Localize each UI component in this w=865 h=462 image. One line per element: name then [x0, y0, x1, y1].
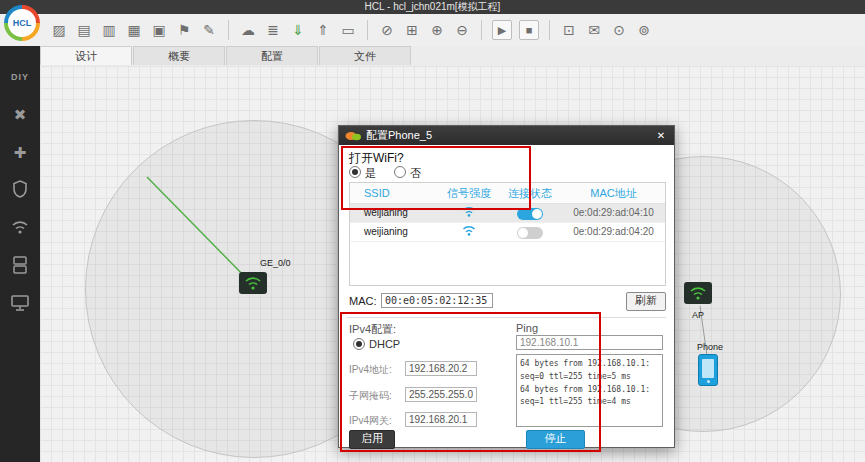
download-icon[interactable]: ⇓ — [289, 21, 307, 39]
toolbar-separator — [481, 20, 482, 40]
grid-icon[interactable]: ⊞ — [403, 21, 421, 39]
phone-label: Phone — [690, 342, 730, 352]
stop-button[interactable]: 停止 — [526, 430, 585, 449]
tab-config-label: 配置 — [261, 50, 283, 62]
wifi-no-option[interactable]: 否 — [394, 166, 421, 181]
connect-toggle[interactable] — [517, 227, 543, 239]
ssid-name: weijianing — [350, 223, 440, 241]
zoom-in-icon[interactable]: ⊕ — [428, 21, 446, 39]
subnet-mask-input[interactable] — [405, 387, 477, 402]
ap-device-right[interactable] — [684, 282, 712, 304]
sidebar-item-move[interactable]: ✚ — [0, 134, 40, 172]
dialog-title: 配置Phone_5 — [366, 128, 654, 143]
mac-label: MAC: — [349, 295, 377, 307]
section-divider — [347, 317, 666, 318]
dhcp-label: DHCP — [369, 338, 400, 350]
phone-screen — [702, 359, 714, 378]
radio-dhcp[interactable] — [353, 338, 365, 350]
tab-bar: 设计 概要 配置 文件 — [40, 46, 865, 67]
capture-icon[interactable]: ⊡ — [560, 21, 578, 39]
ap-signal-icon — [244, 276, 262, 290]
phone-device[interactable] — [698, 354, 718, 386]
tab-file-label: 文件 — [354, 50, 376, 62]
flag-icon[interactable]: ⚑ — [175, 21, 193, 39]
wifi-yes-option[interactable]: 是 — [349, 166, 376, 181]
tab-config[interactable]: 配置 — [226, 46, 318, 65]
start-all-icon[interactable]: ▶ — [492, 20, 512, 40]
sidebar-item-diy[interactable]: DIY — [0, 58, 40, 96]
ipv4-address-input[interactable] — [405, 361, 477, 376]
ping-section-title: Ping — [516, 322, 538, 334]
tab-summary[interactable]: 概要 — [133, 46, 225, 65]
export-project-icon[interactable]: ▥ — [100, 21, 118, 39]
ap-device-left[interactable] — [239, 272, 267, 294]
upload-icon[interactable]: ⇑ — [314, 21, 332, 39]
zoom-out-icon[interactable]: ⊖ — [453, 21, 471, 39]
save-icon[interactable]: ▦ — [125, 21, 143, 39]
edit-note-icon[interactable]: ✎ — [200, 21, 218, 39]
wifi-radio-group: 是 否 — [349, 166, 421, 181]
import-project-icon[interactable]: ▤ — [75, 21, 93, 39]
ipv4-section-title: IPv4配置: — [349, 322, 396, 337]
radio-no[interactable] — [394, 166, 406, 178]
board-icon[interactable]: ▭ — [339, 21, 357, 39]
monitor-icon — [11, 295, 29, 315]
signal-strength-icon — [440, 204, 498, 222]
crossover-icon: ✖ — [14, 106, 27, 124]
server-icon — [13, 256, 27, 278]
stop-all-icon[interactable]: ■ — [519, 20, 539, 40]
sidebar-item-server[interactable] — [0, 248, 40, 286]
enable-button[interactable]: 启用 — [349, 430, 395, 449]
ssid-row[interactable]: weijianing 0e:0d:29:ad:04:20 — [350, 223, 665, 242]
radio-no-label: 否 — [410, 167, 421, 179]
ssid-mac: 0e:0d:29:ad:04:10 — [562, 204, 665, 222]
tab-file[interactable]: 文件 — [319, 46, 411, 65]
close-icon[interactable]: ✕ — [654, 130, 668, 141]
ping-target-input[interactable] — [516, 335, 663, 350]
dhcp-option[interactable]: DHCP — [353, 338, 400, 350]
radio-yes[interactable] — [349, 166, 361, 178]
device-sidebar: DIY ✖ ✚ — [0, 46, 40, 462]
ap-label: AP — [684, 310, 712, 320]
shield-icon — [12, 180, 28, 202]
subnet-mask-row: 子网掩码: — [349, 387, 509, 403]
ssid-table-header: SSID 信号强度 连接状态 MAC地址 — [350, 183, 665, 204]
hcl-logo-inner: HCL — [8, 9, 36, 37]
dialog-titlebar[interactable]: 配置Phone_5 ✕ — [339, 126, 674, 145]
link-line[interactable] — [147, 177, 252, 284]
header-mac: MAC地址 — [562, 183, 665, 203]
ipv4-address-label: IPv4地址: — [349, 363, 392, 377]
toolbar-separator — [367, 20, 368, 40]
toolbar: ▨▤▥▦▣⚑✎☁≣⇓⇑▭⊘⊞⊕⊖▶■⊡✉⊙⊚ — [0, 14, 865, 47]
cloud-icon[interactable]: ☁ — [239, 21, 257, 39]
phone-home-button — [707, 380, 710, 383]
message-icon[interactable]: ✉ — [585, 21, 603, 39]
ipv4-gateway-label: IPv4网关: — [349, 414, 392, 428]
ipv4-gateway-input[interactable] — [405, 412, 477, 427]
toolbar-icons: ▨▤▥▦▣⚑✎☁≣⇓⇑▭⊘⊞⊕⊖▶■⊡✉⊙⊚ — [50, 14, 653, 46]
sidebar-item-wireless[interactable] — [0, 210, 40, 248]
refresh-button[interactable]: 刷新 — [626, 292, 666, 311]
radio-yes-label: 是 — [365, 167, 376, 179]
open-project-icon[interactable]: ▨ — [50, 21, 68, 39]
mac-input[interactable] — [381, 293, 493, 308]
mac-row: MAC: 刷新 — [349, 292, 666, 310]
delay-icon[interactable]: ⊙ — [610, 21, 628, 39]
toolbar-separator — [228, 20, 229, 40]
diy-icon: DIY — [11, 72, 29, 82]
subnet-mask-label: 子网掩码: — [349, 389, 392, 403]
tab-design[interactable]: 设计 — [40, 46, 132, 65]
ap-signal-icon — [689, 286, 707, 300]
ssid-table: SSID 信号强度 连接状态 MAC地址 weijianing 0e:0d:29… — [349, 182, 666, 286]
snapshot-icon[interactable]: ⊚ — [635, 21, 653, 39]
ssid-row[interactable]: weijianing 0e:0d:29:ad:04:10 — [350, 204, 665, 223]
sidebar-item-security[interactable] — [0, 172, 40, 210]
connect-toggle[interactable] — [517, 208, 543, 220]
sidebar-item-crossover[interactable]: ✖ — [0, 96, 40, 134]
sidebar-item-terminal[interactable] — [0, 286, 40, 324]
disable-icon[interactable]: ⊘ — [378, 21, 396, 39]
save-as-icon[interactable]: ▣ — [150, 21, 168, 39]
window-titlebar: HCL - hcl_jchn021m[模拟工程] — [0, 0, 865, 14]
ssid-table-empty — [350, 242, 665, 285]
device-list-icon[interactable]: ≣ — [264, 21, 282, 39]
